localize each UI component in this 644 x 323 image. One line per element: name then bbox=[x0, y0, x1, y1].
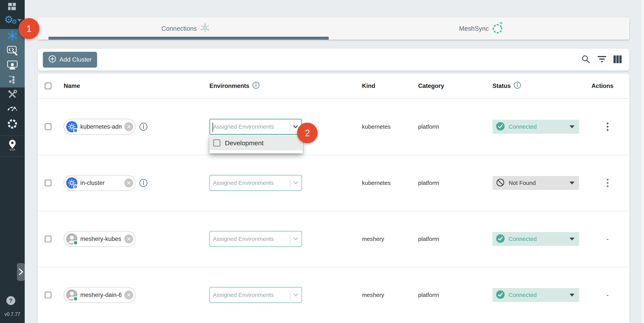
actions-empty: - bbox=[602, 291, 613, 299]
check-circle-icon bbox=[496, 290, 505, 300]
help-button[interactable]: ? bbox=[6, 296, 15, 305]
tab-meshsync[interactable]: MeshSync bbox=[334, 17, 629, 40]
row-checkbox[interactable] bbox=[45, 180, 51, 186]
environments-select[interactable] bbox=[210, 175, 302, 191]
environments-input[interactable] bbox=[210, 292, 290, 298]
connection-name-label: meshery-dain-6 bbox=[80, 291, 122, 298]
toolkit-wrench-icon bbox=[7, 89, 17, 100]
onboarding-step-badge-1[interactable]: 1 bbox=[18, 18, 40, 39]
sidebar-item-connections[interactable] bbox=[7, 31, 18, 42]
speedometer-icon bbox=[7, 104, 18, 112]
sidebar-item-performance[interactable] bbox=[7, 61, 18, 71]
view-columns-button[interactable] bbox=[613, 55, 622, 64]
connection-name-chip[interactable]: meshery-kubescop... × bbox=[64, 231, 136, 247]
avatar-icon bbox=[66, 289, 78, 300]
active-tab-indicator bbox=[48, 37, 329, 40]
search-button[interactable] bbox=[581, 55, 591, 65]
environments-input[interactable] bbox=[210, 123, 290, 130]
info-icon[interactable] bbox=[139, 122, 148, 131]
status-dropdown[interactable]: Not Found bbox=[492, 176, 579, 190]
category-cell: platform bbox=[418, 236, 439, 242]
row-checkbox[interactable] bbox=[45, 292, 51, 298]
connection-name-label: meshery-kubescop... bbox=[80, 235, 122, 242]
onboarding-step-badge-2[interactable]: 2 bbox=[297, 123, 318, 143]
connection-status-dot bbox=[73, 184, 78, 189]
sidebar: ⚙⚙ bbox=[0, 0, 25, 323]
info-icon[interactable] bbox=[252, 81, 260, 91]
environments-input[interactable] bbox=[210, 236, 290, 242]
connections-mesh-icon bbox=[7, 31, 18, 42]
plus-circle-icon bbox=[48, 55, 56, 65]
environments-dropdown-menu: Development bbox=[210, 135, 303, 153]
filter-button[interactable] bbox=[597, 56, 606, 63]
chevron-down-icon[interactable] bbox=[293, 292, 299, 298]
kind-cell: meshery bbox=[362, 236, 384, 242]
row-actions-menu-icon[interactable] bbox=[602, 179, 613, 187]
sidebar-item-toolkit[interactable] bbox=[7, 89, 17, 100]
chevron-down-icon[interactable] bbox=[293, 236, 299, 242]
status-label: Not Found bbox=[509, 180, 536, 186]
chip-delete-icon[interactable]: × bbox=[124, 234, 133, 243]
kind-cell: kubernetes bbox=[362, 180, 390, 186]
chevron-down-icon[interactable] bbox=[293, 180, 299, 186]
column-header-name: Name bbox=[64, 83, 80, 89]
sidebar-expand-button[interactable] bbox=[17, 263, 25, 281]
chip-delete-icon[interactable]: × bbox=[124, 122, 133, 131]
sidebar-item-environments[interactable] bbox=[8, 139, 17, 151]
sidebar-item-extensions[interactable] bbox=[7, 119, 18, 130]
kind-cell: kubernetes bbox=[362, 123, 390, 130]
caret-down-icon bbox=[570, 294, 574, 296]
environment-option-development[interactable]: Development bbox=[210, 136, 302, 150]
table-header-row: Name Environments Kind Category Status A… bbox=[38, 74, 629, 99]
environments-header-label: Environments bbox=[210, 83, 250, 89]
environments-input[interactable] bbox=[210, 180, 290, 186]
search-icon bbox=[581, 55, 591, 65]
status-label: Connected bbox=[509, 123, 537, 130]
row-checkbox[interactable] bbox=[45, 123, 51, 130]
tab-connections[interactable]: Connections bbox=[38, 17, 334, 40]
info-icon[interactable] bbox=[514, 81, 521, 91]
select-divider bbox=[290, 122, 290, 131]
status-dropdown[interactable]: Connected bbox=[492, 120, 579, 134]
table-row: meshery-kubescop... × meshery platform C… bbox=[38, 211, 629, 267]
avatar-icon bbox=[66, 233, 78, 245]
sidebar-item-dashboard[interactable] bbox=[8, 3, 16, 11]
tab-bar: Connections MeshSync bbox=[38, 17, 629, 40]
status-dropdown[interactable]: Connected bbox=[492, 232, 579, 246]
info-icon[interactable] bbox=[139, 178, 148, 187]
configuration-code-icon bbox=[7, 46, 18, 56]
check-circle-icon bbox=[496, 234, 505, 244]
connections-toolbar: Add Cluster bbox=[38, 49, 629, 71]
sidebar-item-configuration[interactable] bbox=[7, 46, 18, 56]
environments-select[interactable] bbox=[210, 287, 302, 303]
sidebar-item-pipeline[interactable] bbox=[8, 75, 17, 86]
environments-select[interactable] bbox=[210, 231, 302, 247]
connection-name-chip[interactable]: kubernetes-admin... × bbox=[64, 119, 136, 135]
select-divider bbox=[290, 234, 290, 244]
sidebar-item-lifecycle[interactable]: ⚙⚙ bbox=[3, 15, 22, 27]
option-checkbox[interactable] bbox=[213, 139, 220, 146]
caret-down-icon bbox=[570, 125, 574, 128]
status-header-label: Status bbox=[492, 83, 511, 89]
select-all-checkbox[interactable] bbox=[45, 83, 51, 89]
row-actions-menu-icon[interactable] bbox=[602, 123, 613, 131]
chip-delete-icon[interactable]: × bbox=[124, 178, 133, 187]
category-cell: platform bbox=[418, 292, 439, 298]
sidebar-divider bbox=[0, 156, 25, 157]
scrollbar[interactable] bbox=[641, 0, 644, 323]
blocked-icon bbox=[496, 178, 505, 188]
chip-delete-icon[interactable]: × bbox=[124, 290, 133, 299]
table-row: kubernetes-admin... × kubernetes platfor… bbox=[38, 99, 629, 155]
connection-name-chip[interactable]: meshery-dain-6 × bbox=[64, 287, 136, 303]
sidebar-item-performance-dashboard[interactable] bbox=[7, 104, 18, 112]
add-cluster-button[interactable]: Add Cluster bbox=[43, 52, 97, 68]
row-checkbox[interactable] bbox=[45, 236, 51, 242]
connections-table: Name Environments Kind Category Status A… bbox=[38, 74, 629, 323]
tab-connections-label: Connections bbox=[162, 25, 197, 32]
filter-icon bbox=[597, 56, 606, 63]
view-columns-icon bbox=[613, 55, 622, 64]
environments-select[interactable] bbox=[210, 119, 302, 135]
status-dropdown[interactable]: Connected bbox=[492, 288, 579, 302]
table-row: meshery-dain-6 × meshery platform Connec… bbox=[38, 267, 629, 323]
connection-name-chip[interactable]: in-cluster × bbox=[64, 175, 136, 191]
